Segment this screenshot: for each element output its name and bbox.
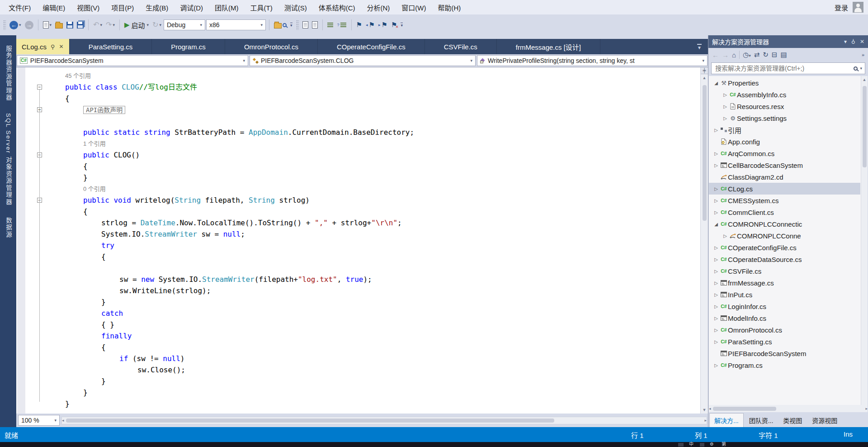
doc-tab-csvfile.cs[interactable]: CSVFile.cs: [425, 39, 497, 54]
code-line[interactable]: }: [16, 296, 700, 308]
fold-collapse-icon[interactable]: −: [37, 85, 42, 90]
type-dropdown[interactable]: PIEFBarcodeScanSystem.CLOG ▾: [250, 55, 476, 66]
tree-horizontal-scrollbar[interactable]: ◂ ▸: [709, 405, 868, 412]
pin-icon[interactable]: ⚲: [851, 38, 855, 45]
doc-tab-parasetting.cs[interactable]: ParaSetting.cs: [70, 39, 152, 54]
open-file-button[interactable]: [54, 21, 64, 29]
expand-expander-icon[interactable]: ▷: [712, 281, 720, 285]
tree-item-properties[interactable]: ◢⚒Properties: [709, 77, 860, 89]
menu-item-debug[interactable]: 调试(D): [174, 0, 209, 14]
pin-icon[interactable]: ⚲: [51, 43, 55, 50]
code-line[interactable]: System.IO.StreamWriter sw = null;: [16, 228, 700, 240]
doc-tab-omronprotocol.cs[interactable]: OmronProtocol.cs: [225, 39, 318, 54]
tool-tab-resource-view[interactable]: 资源视图: [807, 413, 842, 427]
scroll-left-arrow[interactable]: ◂: [62, 417, 64, 424]
tree-item-clog.cs[interactable]: ▷C#CLog.cs: [709, 183, 860, 195]
pending-changes-filter-button[interactable]: ◷▾: [743, 51, 751, 59]
rail-tab-sql-server-object-explorer[interactable]: SQL Server 对象资源管理器: [4, 113, 13, 205]
expand-expander-icon[interactable]: ▷: [722, 233, 729, 238]
scrollbar-thumb[interactable]: [703, 85, 707, 221]
expand-expander-icon[interactable]: ▷: [712, 269, 720, 274]
expand-expander-icon[interactable]: ▷: [712, 163, 720, 168]
code-line[interactable]: if (sw != null): [16, 353, 700, 364]
window-position-icon[interactable]: ▾: [844, 38, 847, 45]
tree-item-arqcommon.cs[interactable]: ▷C#ArqCommon.cs: [709, 147, 860, 159]
scroll-up-arrow[interactable]: ▲: [703, 74, 707, 81]
expand-expander-icon[interactable]: ▷: [712, 304, 720, 309]
tree-item-classdiagram2.cd[interactable]: ClassDiagram2.cd: [709, 171, 860, 183]
keyboard-icon[interactable]: [678, 443, 684, 447]
code-line[interactable]: catch: [16, 308, 700, 319]
code-line[interactable]: {: [16, 251, 700, 262]
codelens-reference-link[interactable]: 45 个引用: [16, 70, 700, 81]
home-button[interactable]: ⌂: [732, 51, 736, 59]
redo-button[interactable]: ↷▾: [104, 20, 116, 30]
code-line[interactable]: }: [16, 387, 700, 398]
code-line[interactable]: { }: [16, 319, 700, 330]
tree-item-piefbarcodescansystem[interactable]: PIEFBarcodeScanSystem: [709, 347, 860, 359]
decrease-indent-button[interactable]: [326, 21, 335, 29]
scroll-right-arrow[interactable]: ▸: [865, 405, 868, 412]
tree-item-assemblyinfo.cs[interactable]: ▷C#AssemblyInfo.cs: [709, 89, 860, 100]
zoom-dropdown[interactable]: 100 % ▾: [18, 415, 60, 426]
collapse-expander-icon[interactable]: ◢: [712, 222, 720, 227]
menu-item-file[interactable]: 文件(F): [3, 0, 37, 14]
tree-item-cmessystem.cs[interactable]: ▷C#CMESSystem.cs: [709, 195, 860, 206]
tree-item-引用[interactable]: ▷引用: [709, 124, 860, 136]
expand-expander-icon[interactable]: ▷: [722, 92, 729, 97]
tree-item-settings.settings[interactable]: ▷⚙Settings.settings: [709, 112, 860, 124]
back-button[interactable]: ←: [712, 51, 719, 59]
scroll-down-arrow[interactable]: ▼: [703, 406, 707, 414]
previous-bookmark-button[interactable]: ◂⚑: [364, 20, 376, 30]
project-dropdown[interactable]: C# PIEFBarcodeScanSystem ▾: [17, 55, 248, 66]
collapse-all-button[interactable]: ⊟: [772, 51, 778, 59]
scrollbar-thumb[interactable]: [713, 407, 776, 411]
tree-item-comronplcconnectic[interactable]: ◢C#COMRONPLCConnectic: [709, 218, 860, 230]
expand-expander-icon[interactable]: ▷: [712, 210, 720, 215]
restart-button[interactable]: ↻▾: [151, 20, 163, 30]
search-input[interactable]: [714, 64, 851, 72]
expand-expander-icon[interactable]: ▷: [712, 151, 720, 156]
solution-search-box[interactable]: ▾: [711, 62, 865, 74]
menu-item-edit[interactable]: 编辑(E): [37, 0, 71, 14]
doc-tab-coperateconfigfile.cs[interactable]: COperateConfigFile.cs: [318, 39, 425, 54]
scroll-up-arrow[interactable]: ▲: [863, 76, 867, 83]
tree-item-commclient.cs[interactable]: ▷C#CommClient.cs: [709, 206, 860, 218]
code-line[interactable]: {: [16, 206, 700, 217]
ime-settings-icon[interactable]: ⚙: [710, 442, 714, 447]
code-line[interactable]: +API函数声明: [16, 104, 700, 115]
save-all-button[interactable]: [75, 21, 85, 29]
menu-item-window[interactable]: 窗口(W): [396, 0, 432, 14]
toolbar-overflow-button[interactable]: ▾: [401, 23, 403, 27]
tree-item-coperatedatasource.cs[interactable]: ▷C#COperateDataSource.cs: [709, 253, 860, 265]
code-line[interactable]: −public class CLOG//写log日志文件: [16, 81, 700, 93]
codelens-reference-link[interactable]: 0 个引用: [16, 183, 700, 195]
increase-indent-button[interactable]: ?: [336, 21, 348, 29]
tree-item-cellbarcodescansystem[interactable]: ▷CellBarcodeScanSystem: [709, 159, 860, 171]
display-word-completion-button[interactable]: [311, 20, 319, 29]
clear-bookmarks-button[interactable]: ⚑: [390, 20, 398, 30]
expand-expander-icon[interactable]: ▷: [712, 245, 720, 250]
code-line[interactable]: −public CLOG(): [16, 149, 700, 161]
expand-expander-icon[interactable]: ▷: [712, 339, 720, 344]
expand-expander-icon[interactable]: ▷: [712, 128, 720, 133]
navigate-back-button[interactable]: ←▾: [8, 20, 23, 30]
menu-item-analyze[interactable]: 分析(N): [361, 0, 396, 14]
scroll-right-arrow[interactable]: ▸: [704, 417, 707, 424]
doc-tab-frmmessage.cs-设计[interactable]: frmMessage.cs [设计]: [497, 39, 600, 54]
code-line[interactable]: public static string StrBatteryPath = Ap…: [16, 127, 700, 138]
save-button[interactable]: [65, 21, 75, 29]
collapse-expander-icon[interactable]: ◢: [712, 81, 720, 86]
code-line[interactable]: {: [16, 342, 700, 353]
start-debug-button[interactable]: ▶启动▾: [123, 19, 150, 31]
undo-button[interactable]: ↶▾: [92, 20, 104, 30]
expand-expander-icon[interactable]: ▷: [712, 257, 720, 262]
scrollbar-thumb[interactable]: [66, 418, 554, 423]
scroll-left-arrow[interactable]: ◂: [709, 405, 711, 412]
scrollbar-thumb[interactable]: [863, 86, 867, 167]
editor-vertical-scrollbar[interactable]: ╪ ▲ ▼: [700, 67, 708, 414]
display-quick-info-button[interactable]: [301, 20, 310, 29]
solution-explorer-titlebar[interactable]: 解决方案资源管理器 ▾ ⚲ ✕: [708, 35, 868, 48]
collapsed-region-box[interactable]: API函数声明: [83, 106, 125, 114]
tree-item-frmmessage.cs[interactable]: ▷frmMessage.cs: [709, 277, 860, 289]
